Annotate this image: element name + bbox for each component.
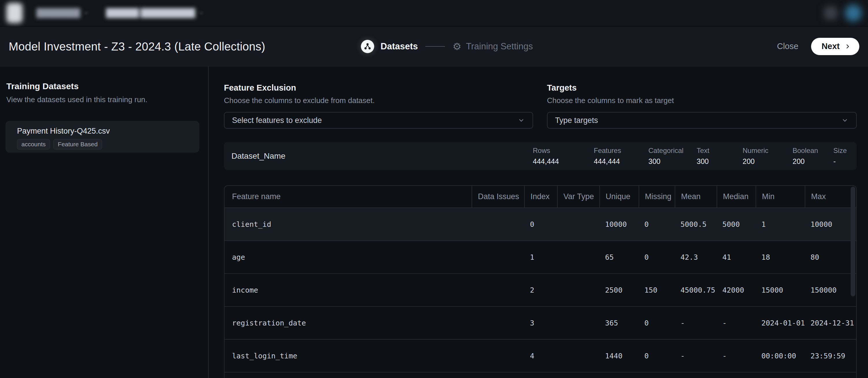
stat-boolean: Boolean 200 (793, 146, 833, 166)
step-training-settings-label: Training Settings (466, 41, 533, 51)
main-panel: Feature Exclusion Choose the columns to … (209, 66, 868, 378)
feature-exclusion-placeholder: Select features to exclude (232, 116, 518, 125)
table-row[interactable]: age 1 65 0 42.3 41 18 80 (224, 240, 856, 273)
stat-text: Text 300 (696, 146, 743, 166)
datasets-network-icon (361, 40, 374, 53)
feature-exclusion-section: Feature Exclusion Choose the columns to … (224, 83, 533, 129)
col-index: Index (524, 186, 557, 207)
col-data-issues: Data Issues (471, 186, 524, 207)
top-nav: ████████ ██████ ██████████ (0, 0, 868, 27)
col-feature-name: Feature name (224, 186, 471, 207)
features-table: Feature name Data Issues Index Var Type … (224, 185, 857, 378)
dataset-name: Dataset_Name (231, 151, 533, 161)
table-row[interactable]: client_id 0 10000 0 5000.5 5000 1 10000 (224, 207, 856, 240)
next-button[interactable]: Next (811, 38, 859, 55)
col-min: Min (755, 186, 805, 207)
table-header-row: Feature name Data Issues Index Var Type … (224, 186, 856, 207)
app-logo[interactable] (6, 3, 23, 23)
table-row-partial[interactable] (224, 372, 856, 378)
dataset-stats: Rows 444,444 Features 444,444 Categorica… (533, 146, 850, 166)
step-datasets[interactable]: Datasets (361, 40, 418, 53)
sidebar-title: Training Datasets (6, 81, 202, 91)
feature-exclusion-title: Feature Exclusion (224, 83, 533, 93)
dataset-tag-feature-based: Feature Based (54, 139, 102, 149)
col-missing: Missing (639, 186, 675, 207)
stat-features: Features 444,444 (594, 146, 648, 166)
user-avatar[interactable] (845, 5, 862, 21)
targets-select[interactable]: Type targets (547, 112, 857, 129)
step-connector (425, 46, 445, 47)
dataset-card-title: Payment History-Q425.csv (17, 127, 192, 136)
col-unique: Unique (599, 186, 639, 207)
table-row[interactable]: income 2 2500 150 45000.75 42000 15000 1… (224, 273, 856, 306)
col-var-type: Var Type (557, 186, 599, 207)
chevron-down-icon (841, 116, 849, 124)
targets-title: Targets (547, 83, 857, 93)
chevron-down-icon (198, 10, 204, 16)
wizard-stepper: Datasets ⚙ Training Settings (361, 40, 533, 53)
col-mean: Mean (675, 186, 717, 207)
table-row[interactable]: last_login_time 4 1440 0 - - 00:00:00 23… (224, 339, 856, 372)
table-scrollbar-thumb[interactable] (851, 187, 855, 296)
step-training-settings[interactable]: ⚙ Training Settings (453, 41, 533, 51)
breadcrumb-project[interactable]: ██████ ██████████ (106, 8, 195, 18)
chevron-down-icon (518, 116, 525, 124)
targets-section: Targets Choose the columns to mark as ta… (547, 83, 857, 129)
next-button-label: Next (822, 41, 840, 51)
targets-subtitle: Choose the columns to mark as target (547, 96, 857, 105)
stat-numeric: Numeric 200 (743, 146, 793, 166)
dataset-card[interactable]: Payment History-Q425.csv accounts Featur… (5, 121, 199, 152)
stat-rows: Rows 444,444 (533, 146, 594, 166)
sidebar-subtitle: View the datasets used in this training … (6, 95, 202, 104)
gear-icon: ⚙ (453, 41, 461, 51)
training-datasets-sidebar: Training Datasets View the datasets used… (0, 66, 209, 378)
col-max: Max (805, 186, 857, 207)
step-datasets-label: Datasets (380, 41, 418, 51)
stat-categorical: Categorical 300 (648, 146, 696, 166)
page-title: Model Investment - Z3 - 2024.3 (Late Col… (9, 40, 265, 53)
dataset-summary-bar[interactable]: Dataset_Name Rows 444,444 Features 444,4… (224, 142, 857, 170)
notifications-icon[interactable] (824, 6, 837, 20)
table-row[interactable]: registration_date 3 365 0 - - 2024-01-01… (224, 306, 856, 339)
stat-size: Size - (833, 146, 850, 166)
breadcrumb-workspace[interactable]: ████████ (36, 8, 80, 18)
col-median: Median (717, 186, 755, 207)
chevron-right-icon (844, 43, 851, 49)
targets-placeholder: Type targets (555, 116, 841, 125)
feature-exclusion-subtitle: Choose the columns to exclude from datas… (224, 96, 533, 105)
close-button[interactable]: Close (777, 41, 798, 51)
page-header: Model Investment - Z3 - 2024.3 (Late Col… (0, 27, 868, 66)
dataset-tag-accounts: accounts (17, 139, 50, 149)
chevron-down-icon (83, 10, 89, 16)
feature-exclusion-select[interactable]: Select features to exclude (224, 112, 533, 129)
breadcrumb: ████████ ██████ ██████████ (36, 8, 204, 18)
